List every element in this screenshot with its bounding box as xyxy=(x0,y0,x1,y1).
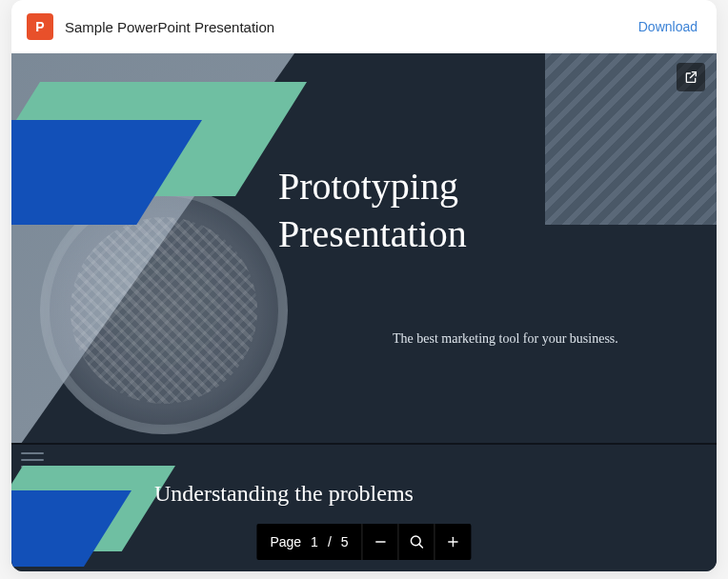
zoom-out-button[interactable] xyxy=(363,524,399,560)
popout-icon xyxy=(683,70,698,85)
powerpoint-icon-letter: P xyxy=(35,19,44,34)
slide-viewer: Prototyping Presentation The best market… xyxy=(11,53,717,571)
slide1-title-line2: Presentation xyxy=(278,212,467,255)
powerpoint-icon: P xyxy=(27,13,53,40)
page-label: Page xyxy=(270,534,301,549)
slide2-title: Understanding the problems xyxy=(154,481,414,507)
zoom-reset-button[interactable] xyxy=(399,524,435,560)
magnifier-icon xyxy=(408,533,425,550)
svg-line-2 xyxy=(418,544,422,548)
zoom-in-button[interactable] xyxy=(435,524,472,560)
file-title: Sample PowerPoint Presentation xyxy=(65,19,627,35)
page-current: 1 xyxy=(311,534,318,549)
presentation-card: P Sample PowerPoint Presentation Downloa… xyxy=(11,0,717,571)
page-total: 5 xyxy=(341,534,349,549)
download-link[interactable]: Download xyxy=(638,19,698,34)
minus-icon xyxy=(373,534,388,549)
slide1-title-line1: Prototyping xyxy=(278,165,458,208)
page-indicator: Page 1 / 5 xyxy=(256,524,362,560)
card-header: P Sample PowerPoint Presentation Downloa… xyxy=(11,0,717,53)
plus-icon xyxy=(446,534,461,549)
slide-1: Prototyping Presentation The best market… xyxy=(11,53,717,443)
slide1-subtitle: The best marketing tool for your busines… xyxy=(393,331,618,347)
popout-button[interactable] xyxy=(677,63,705,91)
page-separator: / xyxy=(328,534,332,549)
slide1-title: Prototyping Presentation xyxy=(278,163,467,258)
page-controls: Page 1 / 5 xyxy=(256,524,471,560)
